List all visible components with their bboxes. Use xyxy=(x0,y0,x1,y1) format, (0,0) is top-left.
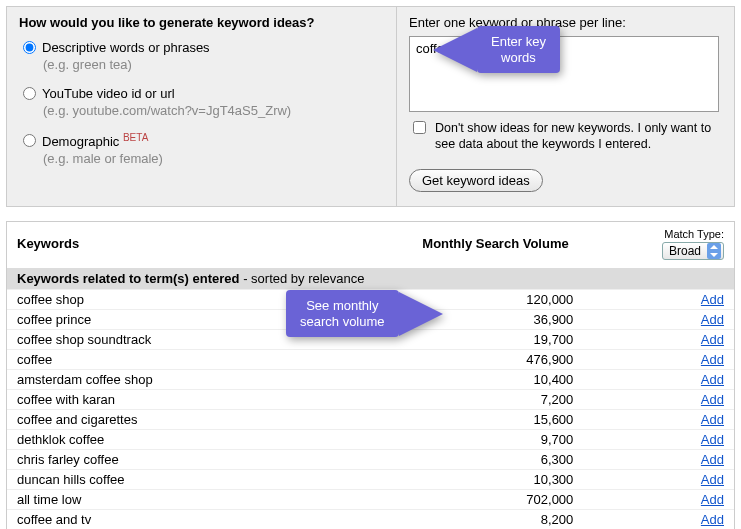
arrow-right-icon xyxy=(399,292,443,336)
keyword-cell: all time low xyxy=(7,489,410,509)
keyword-cell: dethklok coffee xyxy=(7,429,410,449)
table-row: coffee and tv8,200Add xyxy=(7,509,734,529)
volume-cell: 9,700 xyxy=(410,429,634,449)
panel-title: How would you like to generate keyword i… xyxy=(19,15,384,30)
col-volume: Monthly Search Volume xyxy=(377,236,614,251)
add-link[interactable]: Add xyxy=(701,432,724,447)
keyword-cell: duncan hills coffee xyxy=(7,469,410,489)
table-row: dethklok coffee9,700Add xyxy=(7,429,734,449)
keyword-cell: coffee with karan xyxy=(7,389,410,409)
volume-cell: 36,900 xyxy=(410,309,634,329)
volume-cell: 8,200 xyxy=(410,509,634,529)
table-row: coffee with karan7,200Add xyxy=(7,389,734,409)
volume-cell: 10,300 xyxy=(410,469,634,489)
keyword-cell: coffee and tv xyxy=(7,509,410,529)
generation-panel: How would you like to generate keyword i… xyxy=(6,6,735,207)
arrow-left-icon xyxy=(433,28,477,72)
match-type-value: Broad xyxy=(669,244,701,258)
match-type-label: Match Type: xyxy=(614,228,724,240)
results-subheader: Keywords related to term(s) entered - so… xyxy=(7,268,734,289)
col-keywords: Keywords xyxy=(17,236,377,251)
match-type-select[interactable]: Broad xyxy=(662,242,724,260)
match-type-group: Match Type: Broad xyxy=(614,228,724,260)
radio-youtube-label: YouTube video id or url xyxy=(42,86,175,101)
only-entered-label: Don't show ideas for new keywords. I onl… xyxy=(435,120,722,153)
only-entered-checkbox[interactable] xyxy=(413,121,426,134)
beta-badge: BETA xyxy=(123,132,148,143)
volume-cell: 19,700 xyxy=(410,329,634,349)
radio-descriptive-label: Descriptive words or phrases xyxy=(42,40,210,55)
add-link[interactable]: Add xyxy=(701,492,724,507)
radio-descriptive[interactable] xyxy=(23,41,36,54)
keyword-cell: coffee and cigarettes xyxy=(7,409,410,429)
callout-volume-text: See monthly search volume xyxy=(286,290,399,337)
hint-youtube: (e.g. youtube.com/watch?v=JgT4aS5_Zrw) xyxy=(43,103,384,118)
table-row: duncan hills coffee10,300Add xyxy=(7,469,734,489)
add-link[interactable]: Add xyxy=(701,352,724,367)
hint-descriptive: (e.g. green tea) xyxy=(43,57,384,72)
keyword-cell: coffee xyxy=(7,349,410,369)
keyword-cell: chris farley coffee xyxy=(7,449,410,469)
table-row: coffee476,900Add xyxy=(7,349,734,369)
add-link[interactable]: Add xyxy=(701,452,724,467)
table-row: coffee and cigarettes15,600Add xyxy=(7,409,734,429)
add-link[interactable]: Add xyxy=(701,412,724,427)
method-column: How would you like to generate keyword i… xyxy=(7,7,397,206)
add-link[interactable]: Add xyxy=(701,292,724,307)
results-header: Keywords Monthly Search Volume Match Typ… xyxy=(7,222,734,268)
volume-cell: 15,600 xyxy=(410,409,634,429)
volume-cell: 6,300 xyxy=(410,449,634,469)
add-link[interactable]: Add xyxy=(701,332,724,347)
table-row: all time low702,000Add xyxy=(7,489,734,509)
add-link[interactable]: Add xyxy=(701,392,724,407)
callout-enter-keywords: Enter key words xyxy=(433,26,560,73)
volume-cell: 702,000 xyxy=(410,489,634,509)
add-link[interactable]: Add xyxy=(701,372,724,387)
get-ideas-button[interactable]: Get keyword ideas xyxy=(409,169,543,192)
keyword-cell: amsterdam coffee shop xyxy=(7,369,410,389)
radio-demographic-label: Demographic BETA xyxy=(42,132,148,149)
radio-youtube[interactable] xyxy=(23,87,36,100)
add-link[interactable]: Add xyxy=(701,512,724,527)
volume-cell: 10,400 xyxy=(410,369,634,389)
table-row: amsterdam coffee shop10,400Add xyxy=(7,369,734,389)
callout-search-volume: See monthly search volume xyxy=(286,290,443,337)
volume-cell: 476,900 xyxy=(410,349,634,369)
callout-enter-text: Enter key words xyxy=(477,26,560,73)
add-link[interactable]: Add xyxy=(701,312,724,327)
radio-demographic[interactable] xyxy=(23,134,36,147)
table-row: chris farley coffee6,300Add xyxy=(7,449,734,469)
hint-demographic: (e.g. male or female) xyxy=(43,151,384,166)
add-link[interactable]: Add xyxy=(701,472,724,487)
volume-cell: 120,000 xyxy=(410,289,634,309)
results-panel: Keywords Monthly Search Volume Match Typ… xyxy=(6,221,735,530)
volume-cell: 7,200 xyxy=(410,389,634,409)
select-arrows-icon xyxy=(707,243,721,259)
